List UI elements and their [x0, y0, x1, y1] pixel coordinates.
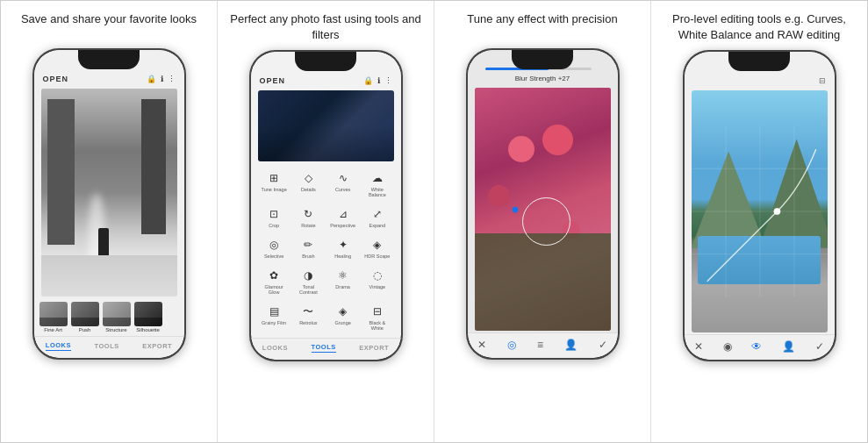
- bw-street-scene: [41, 89, 177, 297]
- retrolux-icon: 〜: [300, 304, 316, 319]
- phone4-eye-icon[interactable]: 👁: [751, 340, 762, 353]
- phone3-person-icon[interactable]: 👤: [564, 339, 577, 351]
- white-balance-icon: ☁: [369, 170, 385, 186]
- phone2-more-icon: ⋮: [384, 76, 392, 85]
- phone3-tune-icon[interactable]: ◎: [507, 339, 516, 351]
- grunge-icon: ◈: [335, 304, 351, 319]
- phone4-confirm-icon[interactable]: ✓: [815, 340, 824, 353]
- tool-tonal-contrast[interactable]: ◑ Tonal Contrast: [292, 264, 325, 298]
- grunge-label: Grunge: [334, 320, 350, 325]
- nav2-export[interactable]: EXPORT: [359, 344, 389, 352]
- phone4-screen: ⊟: [685, 52, 835, 360]
- black-white-icon: ⊟: [369, 304, 385, 319]
- phone4-person-icon[interactable]: 👤: [782, 340, 795, 353]
- tool-grainy-film[interactable]: ▤ Grainy Film: [258, 300, 291, 334]
- phone1-notch: [78, 50, 140, 69]
- look-thumb-push: [71, 302, 99, 326]
- phone-4: ⊟: [683, 50, 836, 361]
- nav-looks[interactable]: LOOKS: [46, 341, 71, 351]
- perspective-label: Perspective: [330, 223, 355, 228]
- phone-1: OPEN 🔒 ℹ ⋮: [32, 48, 186, 360]
- phone2-info-icon: ℹ: [377, 76, 380, 85]
- phone4-cancel-icon[interactable]: ✕: [694, 340, 703, 353]
- drama-label: Drama: [335, 284, 350, 289]
- black-white-label: Black & White: [362, 320, 391, 331]
- tool-drama[interactable]: ⚛ Drama: [326, 264, 359, 298]
- lock-icon: 🔒: [147, 75, 156, 83]
- vintage-label: Vintage: [369, 284, 386, 289]
- tool-details[interactable]: ◇ Details: [292, 167, 325, 201]
- look-label-structure: Structure: [105, 327, 126, 332]
- panel-tune: Tune any effect with precision Blur Stre…: [434, 1, 651, 442]
- phone2-bottom-nav: LOOKS TOOLS EXPORT: [251, 338, 401, 360]
- white-balance-label: White Balance: [362, 187, 391, 197]
- look-item-silhouette[interactable]: Silhouette: [134, 302, 162, 332]
- phone2-open-label: OPEN: [260, 76, 286, 85]
- bw-building-left: [47, 99, 75, 245]
- glamour-glow-label: Glamour Glow: [260, 284, 289, 295]
- tool-white-balance[interactable]: ☁ White Balance: [361, 167, 393, 201]
- landscape-scene: [692, 90, 828, 332]
- info-icon: ℹ: [161, 75, 163, 83]
- phone3-bottom-bar: ✕ ◎ ≡ 👤 ✓: [468, 332, 618, 358]
- rotate-label: Rotate: [301, 223, 315, 228]
- tool-retrolux[interactable]: 〜 Retrolux: [292, 300, 325, 334]
- curves-overlay: [692, 90, 828, 332]
- phone3-adjust-icon[interactable]: ≡: [537, 339, 543, 351]
- flower-1: [508, 136, 534, 162]
- phone3-confirm-icon[interactable]: ✓: [599, 339, 607, 351]
- tool-brush[interactable]: ✏ Brush: [292, 233, 325, 262]
- phone2-notch: [295, 52, 356, 71]
- expand-icon: ⤢: [369, 206, 385, 222]
- phone3-blur-label: Blur Strength +27: [515, 75, 570, 82]
- vintage-icon: ◌: [369, 268, 385, 283]
- svg-point-6: [773, 209, 779, 215]
- glamour-glow-icon: ✿: [266, 268, 282, 283]
- nav-export[interactable]: EXPORT: [142, 342, 172, 350]
- tonal-contrast-label: Tonal Contrast: [294, 284, 323, 295]
- hdr-scape-icon: ◈: [369, 237, 385, 253]
- nav2-looks[interactable]: LOOKS: [262, 344, 288, 352]
- phone1-screen: OPEN 🔒 ℹ ⋮: [34, 50, 184, 358]
- hdr-scape-label: HDR Scape: [364, 254, 390, 259]
- phone3-cancel-icon[interactable]: ✕: [477, 339, 486, 351]
- tool-glamour-glow[interactable]: ✿ Glamour Glow: [258, 264, 291, 298]
- tune-selection-dot[interactable]: [513, 206, 519, 212]
- tool-black-white[interactable]: ⊟ Black & White: [361, 300, 393, 334]
- nav2-tools[interactable]: TOOLS: [312, 343, 336, 353]
- tool-tune-image[interactable]: ⊞ Tune Image: [258, 167, 291, 201]
- brush-label: Brush: [302, 254, 314, 259]
- nav-tools[interactable]: TOOLS: [95, 342, 119, 350]
- look-item-push[interactable]: Push: [71, 302, 99, 332]
- look-item-structure[interactable]: Structure: [103, 302, 131, 332]
- panel2-caption: Perfect any photo fast using tools and f…: [225, 10, 427, 43]
- flower-2: [488, 185, 510, 207]
- tool-grunge[interactable]: ◈ Grunge: [326, 300, 359, 334]
- phone4-icon-right: ⊟: [819, 76, 826, 85]
- looks-strip: Fine Art Push Structure Silhouette: [34, 298, 184, 336]
- panel-looks: Save and share your favorite looks OPEN …: [1, 1, 218, 442]
- phone4-bottom-bar: ✕ ◉ 👁 👤 ✓: [685, 334, 835, 360]
- tool-rotate[interactable]: ↻ Rotate: [292, 203, 325, 232]
- expand-label: Expand: [369, 223, 386, 228]
- tonal-contrast-icon: ◑: [300, 268, 316, 283]
- tool-curves[interactable]: ∿ Curves: [326, 167, 359, 201]
- tool-selective[interactable]: ◎ Selective: [258, 233, 291, 262]
- phone4-eyedropper-icon[interactable]: ◉: [723, 340, 732, 353]
- tune-selection-circle[interactable]: [522, 197, 570, 246]
- healing-icon: ✦: [335, 237, 351, 253]
- tool-crop[interactable]: ⊡ Crop: [258, 203, 291, 232]
- tune-image-label: Tune Image: [262, 187, 287, 192]
- tool-expand[interactable]: ⤢ Expand: [361, 203, 393, 232]
- grainy-film-icon: ▤: [266, 304, 282, 319]
- tool-vintage[interactable]: ◌ Vintage: [361, 264, 393, 298]
- retrolux-label: Retrolux: [299, 320, 317, 325]
- tool-healing[interactable]: ✦ Healing: [326, 233, 359, 262]
- curves-label: Curves: [335, 187, 350, 192]
- panel4-caption: Pro-level editing tools e.g. Curves, Whi…: [658, 10, 860, 43]
- leaves-background: [475, 233, 611, 331]
- tool-perspective[interactable]: ⊿ Perspective: [326, 203, 359, 232]
- look-item-fine-art[interactable]: Fine Art: [39, 302, 68, 332]
- panel1-caption: Save and share your favorite looks: [21, 10, 197, 41]
- tool-hdr-scape[interactable]: ◈ HDR Scape: [361, 233, 393, 262]
